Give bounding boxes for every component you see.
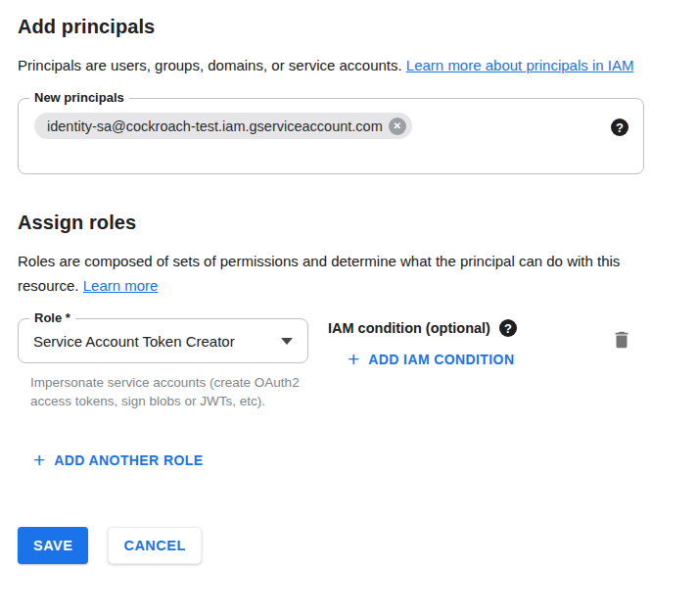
page-title: Add principals — [18, 16, 698, 38]
role-row: Role * Service Account Token Creator Imp… — [18, 318, 644, 410]
principal-chip-text: identity-sa@cockroach-test.iam.gservicea… — [47, 118, 383, 134]
principals-description: Principals are users, groups, domains, o… — [18, 53, 668, 77]
learn-more-roles-link[interactable]: Learn more — [83, 277, 159, 294]
cancel-button[interactable]: CANCEL — [108, 527, 201, 564]
add-iam-condition-button[interactable]: + ADD IAM CONDITION — [340, 345, 522, 374]
save-button[interactable]: SAVE — [18, 527, 88, 564]
principal-chip: identity-sa@cockroach-test.iam.gservicea… — [34, 113, 412, 139]
role-selected-value: Service Account Token Creator — [33, 333, 273, 350]
close-icon: ✕ — [389, 118, 406, 135]
role-helper-text: Impersonate service accounts (create OAu… — [30, 373, 314, 410]
assign-roles-title: Assign roles — [18, 212, 698, 234]
role-column: Role * Service Account Token Creator Imp… — [18, 318, 308, 410]
add-principals-panel: Add principals Principals are users, gro… — [0, 0, 698, 616]
new-principals-label: New principals — [29, 90, 129, 106]
help-icon[interactable]: ? — [611, 118, 628, 136]
iam-condition-label: IAM condition (optional) — [328, 320, 490, 336]
principals-description-text: Principals are users, groups, domains, o… — [18, 57, 406, 73]
delete-role-button[interactable] — [609, 327, 634, 353]
help-icon[interactable]: ? — [499, 319, 517, 337]
new-principals-field[interactable]: New principals identity-sa@cockroach-tes… — [18, 98, 644, 174]
learn-more-principals-link[interactable]: Learn more about principals in IAM — [406, 57, 634, 73]
add-iam-condition-label: ADD IAM CONDITION — [368, 352, 514, 367]
iam-condition-column: IAM condition (optional) ? + ADD IAM CON… — [328, 318, 522, 374]
dialog-footer: SAVE CANCEL — [18, 527, 698, 564]
add-another-role-label: ADD ANOTHER ROLE — [54, 452, 203, 468]
chip-remove-button[interactable]: ✕ — [389, 118, 406, 135]
add-another-role-button[interactable]: + ADD ANOTHER ROLE — [25, 446, 210, 475]
chevron-down-icon — [281, 338, 293, 345]
trash-icon — [611, 329, 632, 351]
role-label: Role * — [29, 310, 75, 326]
iam-condition-label-row: IAM condition (optional) ? — [328, 319, 522, 337]
plus-icon: + — [33, 451, 45, 469]
plus-icon: + — [348, 351, 359, 368]
role-select[interactable]: Role * Service Account Token Creator — [18, 318, 308, 363]
roles-description: Roles are composed of sets of permission… — [18, 249, 668, 298]
